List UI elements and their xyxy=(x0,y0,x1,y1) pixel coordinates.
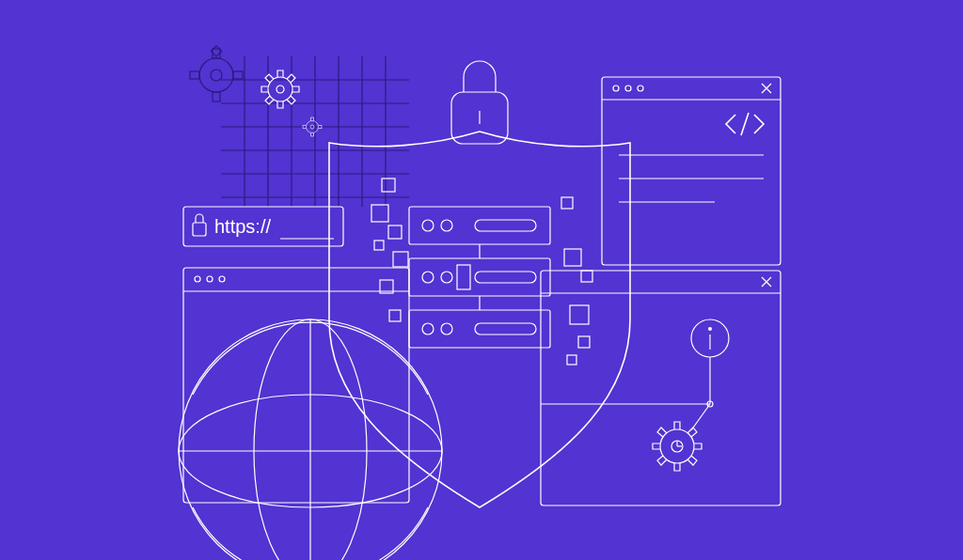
security-illustration: .w { stroke: #ffffff; stroke-width: 1.2;… xyxy=(0,0,963,560)
svg-rect-91 xyxy=(578,336,590,348)
svg-rect-69 xyxy=(409,258,550,296)
svg-rect-77 xyxy=(475,323,536,334)
svg-rect-68 xyxy=(475,220,536,231)
svg-point-20 xyxy=(268,77,292,101)
svg-point-76 xyxy=(441,323,452,334)
svg-rect-17 xyxy=(190,71,199,79)
svg-point-40 xyxy=(195,276,200,282)
svg-rect-72 xyxy=(475,272,536,283)
svg-point-70 xyxy=(422,272,434,283)
svg-point-27 xyxy=(625,86,631,91)
svg-rect-87 xyxy=(561,197,573,209)
svg-rect-92 xyxy=(567,355,576,365)
svg-rect-36 xyxy=(193,223,206,236)
code-icon xyxy=(726,113,764,135)
svg-point-28 xyxy=(638,86,643,91)
close-icon xyxy=(762,277,771,287)
svg-rect-18 xyxy=(233,71,243,79)
svg-rect-80 xyxy=(382,179,395,192)
svg-point-14 xyxy=(211,70,222,81)
svg-point-66 xyxy=(422,220,434,231)
address-bar: https:// xyxy=(183,207,343,246)
svg-rect-89 xyxy=(581,271,592,282)
svg-rect-90 xyxy=(570,305,589,324)
globe-icon xyxy=(179,319,442,560)
svg-line-62 xyxy=(691,404,710,430)
svg-rect-16 xyxy=(213,92,220,101)
close-icon xyxy=(762,84,771,93)
svg-rect-83 xyxy=(374,241,384,250)
svg-rect-74 xyxy=(409,310,550,348)
info-icon xyxy=(691,319,729,357)
svg-rect-24 xyxy=(602,77,781,265)
svg-rect-86 xyxy=(389,310,401,321)
svg-rect-73 xyxy=(457,265,470,289)
svg-rect-38 xyxy=(183,268,409,503)
server-stack xyxy=(409,207,550,348)
grid-pattern xyxy=(221,56,409,207)
svg-point-21 xyxy=(276,86,284,93)
svg-line-31 xyxy=(741,113,749,135)
address-bar-text: https:// xyxy=(214,216,271,237)
svg-point-26 xyxy=(613,86,619,91)
svg-rect-65 xyxy=(409,207,550,244)
svg-rect-88 xyxy=(564,249,581,266)
svg-rect-82 xyxy=(388,226,402,239)
svg-point-42 xyxy=(219,276,225,282)
code-window xyxy=(602,77,781,265)
svg-point-71 xyxy=(441,272,452,283)
gear-icon xyxy=(261,70,299,108)
padlock-icon xyxy=(193,214,206,236)
browser-window xyxy=(183,268,409,503)
gear-icon xyxy=(190,46,243,101)
svg-rect-84 xyxy=(393,252,408,267)
svg-point-75 xyxy=(422,323,434,334)
svg-point-13 xyxy=(199,58,233,92)
svg-point-41 xyxy=(207,276,213,282)
svg-point-53 xyxy=(708,327,712,331)
gear-icon xyxy=(653,422,702,471)
svg-point-67 xyxy=(441,220,452,231)
svg-rect-81 xyxy=(371,205,388,222)
